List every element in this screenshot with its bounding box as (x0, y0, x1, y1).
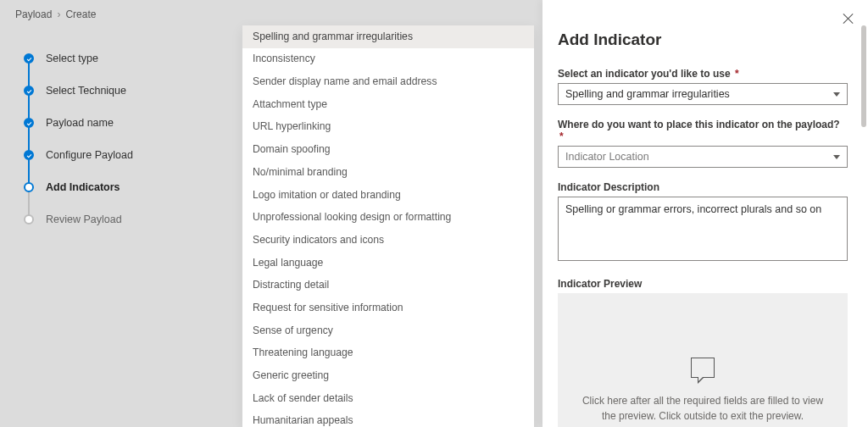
label-text: Select an indicator you'd like to use (558, 68, 731, 80)
indicator-select[interactable]: Spelling and grammar irregularities (558, 83, 848, 105)
breadcrumb-item-create: Create (65, 8, 96, 20)
option-item[interactable]: Unprofessional looking design or formatt… (242, 206, 534, 229)
preview-hint-text: Click here after all the required fields… (578, 393, 827, 424)
option-item[interactable]: No/minimal branding (242, 161, 534, 184)
location-select[interactable]: Indicator Location (558, 146, 848, 168)
checkmark-icon (24, 53, 34, 64)
chevron-right-icon: › (57, 8, 60, 20)
option-item[interactable]: Attachment type (242, 93, 534, 116)
option-item[interactable]: Security indicators and icons (242, 229, 534, 252)
step-label: Select Technique (46, 85, 126, 97)
field-label-preview: Indicator Preview (558, 278, 848, 290)
checkmark-icon (24, 118, 34, 128)
option-item[interactable]: Humanitarian appeals (242, 409, 534, 427)
field-label-location: Where do you want to place this indicato… (558, 119, 848, 142)
step-label: Payload name (46, 117, 114, 129)
option-item[interactable]: Generic greeting (242, 364, 534, 387)
chat-bubble-icon (691, 358, 715, 378)
step-label: Select type (46, 53, 98, 64)
connector-line (28, 63, 30, 86)
close-icon[interactable] (841, 12, 856, 27)
required-asterisk: * (559, 130, 564, 142)
checkmark-icon (24, 150, 34, 160)
step-label: Add Indicators (46, 181, 120, 193)
field-label-indicator: Select an indicator you'd like to use * (558, 68, 848, 80)
label-text: Where do you want to place this indicato… (558, 119, 840, 130)
step-label: Review Payload (46, 214, 122, 225)
option-item[interactable]: Logo imitation or dated branding (242, 184, 534, 207)
connector-line (28, 159, 30, 183)
chevron-down-icon (833, 155, 840, 159)
checkmark-icon (24, 86, 34, 96)
breadcrumb: Payload › Create (0, 0, 542, 27)
dropdown-value: Spelling and grammar irregularities (565, 88, 730, 100)
option-item[interactable]: Inconsistency (242, 48, 534, 71)
field-label-description: Indicator Description (558, 181, 848, 193)
indicator-options-listbox[interactable]: Spelling and grammar irregularities Inco… (242, 25, 534, 427)
option-item[interactable]: Request for sensitive information (242, 297, 534, 319)
option-item[interactable]: Lack of sender details (242, 387, 534, 410)
option-item[interactable]: Threatening language (242, 341, 534, 364)
circle-icon (24, 182, 34, 192)
option-item[interactable]: Legal language (242, 252, 534, 274)
dropdown-placeholder: Indicator Location (565, 151, 649, 163)
description-textarea[interactable]: Spelling or grammar errors, incorrect pl… (558, 197, 848, 261)
option-item[interactable]: Spelling and grammar irregularities (242, 25, 534, 48)
chevron-down-icon (833, 92, 840, 97)
required-asterisk: * (735, 68, 739, 80)
panel-title: Add Indicator (558, 30, 848, 49)
step-label: Configure Payload (46, 149, 133, 161)
circle-icon (24, 214, 34, 225)
indicator-preview-area[interactable]: Click here after all the required fields… (558, 293, 848, 427)
breadcrumb-item-payload[interactable]: Payload (15, 8, 52, 20)
scrollbar[interactable] (861, 25, 866, 127)
option-item[interactable]: URL hyperlinking (242, 116, 534, 139)
option-item[interactable]: Domain spoofing (242, 138, 534, 161)
connector-line (28, 95, 30, 119)
connector-line (28, 191, 30, 215)
connector-line (28, 127, 30, 151)
add-indicator-panel: Add Indicator Select an indicator you'd … (542, 0, 868, 427)
option-item[interactable]: Sender display name and email address (242, 70, 534, 93)
option-item[interactable]: Distracting detail (242, 274, 534, 297)
option-item[interactable]: Sense of urgency (242, 319, 534, 342)
